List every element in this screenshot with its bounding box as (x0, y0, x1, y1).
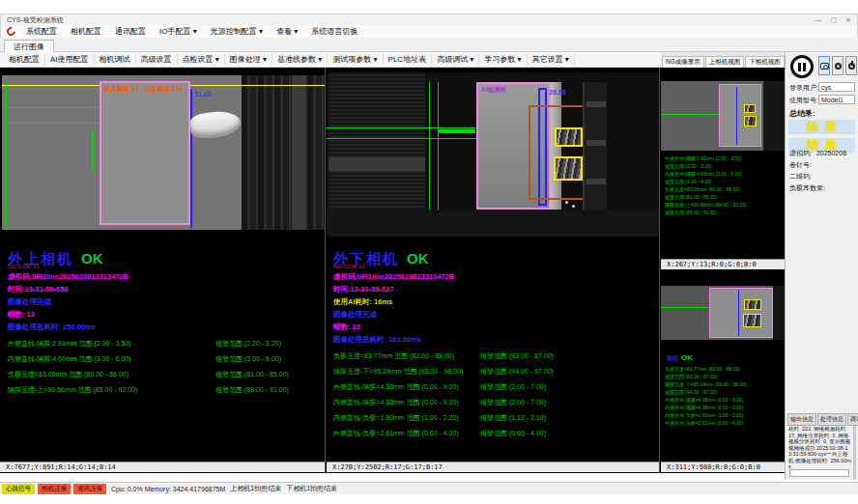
thumb1-result-lines: 外侧直线-隔膜:2.91mm (2.00 - 3.50)报警范围:(2.20 -… (665, 154, 747, 216)
minimize-button[interactable]: — (815, 16, 822, 24)
left-coordinate-bar: X:7677;Y:891;R:14;G:14;B:14 (0, 462, 325, 472)
green-guide-left (6, 83, 7, 228)
alarm-range: 报警范围:(2.20 - 3.20) (215, 339, 281, 349)
status-bar: 心跳信号相机连接通讯连接 Cpu: 0.0% Memory: 3424.4179… (0, 482, 858, 494)
measurement-row: 外侧直线-隔膜=4.38mm 范围:(0.00 - 9.00) 报警范围:(2.… (333, 382, 652, 392)
log-tab[interactable]: 调试信息 (847, 413, 858, 426)
thumb-tab[interactable]: 下相机视图 (745, 56, 785, 68)
threshold-text: 静态阈值:93，动态阈值:100 (104, 85, 183, 94)
alarm-range: 报警范围:(3.00 - 8.00) (215, 354, 281, 364)
tab-run-image[interactable]: 运行图像 (4, 40, 54, 52)
menu-item[interactable]: IO手配置 ▾ (153, 27, 204, 36)
log-input[interactable] (789, 469, 849, 477)
thumb1-coordinate-bar: X:267;Y:13;R:0;G:0;B:0 (661, 259, 785, 269)
toolbar-item[interactable]: AI使用配置 (45, 54, 95, 65)
tab-strip: 运行图像 (0, 38, 858, 52)
toolbar-items: 相机配置AI使用配置相机调试高级设置点检设置 ▾图像处理 ▾基准线参数 ▾测试项… (4, 54, 575, 65)
thumb-result-line: 报警范围:(2.20 - 3.20) (665, 162, 747, 170)
thumb-result-line: 隔膜宽度-上=90.56mm (88.00 - 92.00) (665, 201, 747, 209)
model-value-field[interactable]: Model1 (818, 95, 855, 104)
center-camera-view: AI检测框 28.80 外下相机OK (327, 68, 660, 473)
alarm-range: 报警范围:(89.00 - 91.00) (215, 385, 289, 395)
field-label: 二维码: (789, 173, 812, 180)
left-camera-image[interactable]: 静态阈值:93，动态阈值:100 51.68 (2, 75, 325, 230)
toolbar: 相机配置AI使用配置相机调试高级设置点检设置 ▾图像处理 ▾基准线参数 ▾测试项… (0, 52, 661, 68)
measurement-row: 负极宽度=83.77mm 范围:(82.00 - 88.00) 报警范围:(83… (333, 351, 652, 361)
camera-button[interactable] (818, 56, 830, 75)
toolbar-item[interactable]: 学习参数 ▾ (479, 54, 527, 65)
login-value-field[interactable]: cys (818, 82, 855, 92)
menu-item[interactable]: 系统配置 (19, 27, 64, 36)
barcode-line: 虚拟码:0FI1line2025020813313472B (8, 272, 326, 282)
toolbar-item[interactable]: 图像处理 ▾ (225, 54, 272, 65)
thumb2-result-lines: 负极宽度=83.77mm (82.00 - 88.00)报警范围:(83.00 … (665, 365, 747, 427)
measurement-value: 外侧直线-隔膜=4.38mm 范围:(0.00 - 9.00) (333, 382, 480, 392)
alarm-range: 报警范围:(83.00 - 87.00) (480, 351, 554, 361)
thumb-result-line: 内侧直线-隔膜=4.38mm (0.00 - 9.00) (665, 404, 747, 411)
menu-item[interactable]: 系统语言切换 (304, 27, 364, 36)
thumb-tab[interactable]: NG成像显示 (662, 56, 704, 68)
machine-stripes (242, 75, 325, 230)
camera-status: OK (81, 250, 103, 266)
menu-item[interactable]: 相机配置 (64, 27, 108, 36)
menu-item[interactable]: 通讯配置 (108, 27, 153, 36)
total-time-line: 图像处理总耗时: 183.00ms (333, 335, 652, 345)
thumb1-image[interactable] (661, 81, 785, 151)
center-camera-results: 外下相机OK NG:0,OK:13 虚拟码:0FI1line2025020813… (333, 251, 652, 444)
toolbar-item[interactable]: 高级设置 (136, 54, 178, 65)
log-tab[interactable]: 输出信息 (787, 413, 816, 426)
toolbar-item[interactable]: 点检设置 ▾ (178, 54, 225, 65)
field-label: 虚拟码: (789, 150, 812, 156)
toolbar-item[interactable]: 其它设置 ▾ (528, 54, 575, 65)
power-button[interactable] (845, 56, 857, 75)
upper-camera-status: 上相机1拍照结束 (230, 484, 281, 493)
close-button[interactable]: ✕ (845, 16, 851, 24)
measurement-value: 负极宽度=83.05mm 范围:(80.00 - 86.00) (8, 370, 215, 379)
thumb2-status: OK (681, 353, 693, 362)
center-camera-image[interactable]: AI检测框 28.80 (327, 72, 660, 237)
lens-button[interactable] (832, 56, 844, 75)
status-badge: 通讯连接 (73, 484, 106, 494)
toolbar-item[interactable]: 相机配置 (4, 54, 45, 65)
total-time-line: 图像处理总耗时: 256.00ms (8, 322, 326, 332)
ai-box-label: AI检测框 (481, 86, 506, 95)
toolbar-item[interactable]: 基准线参数 ▾ (272, 54, 328, 65)
alarm-range: 报警范围:(0.60 - 4.00) (480, 429, 546, 438)
maximize-button[interactable]: ▢ (831, 16, 838, 24)
speck-dot (572, 205, 575, 208)
toolbar-item[interactable]: PLC地址表 (384, 54, 433, 65)
menu-bar: 系统配置相机配置通讯配置IO手配置 ▾光源控制配置 ▾查看 ▾系统语言切换 (0, 25, 858, 38)
measurement-row: 内侧直线-负极=1.90mm 范围:(1.00 - 2.20) 报警范围:(1.… (333, 413, 652, 423)
defect-box-2 (554, 156, 583, 181)
toolbar-item[interactable]: 相机调试 (95, 54, 136, 65)
thumb2-image[interactable] (661, 286, 785, 340)
thumb-result-line: 外侧直线-隔膜=4.38mm (0.00 - 9.00) (665, 396, 747, 404)
pause-button[interactable] (790, 55, 814, 78)
alarm-range: 报警范围:(2.00 - 7.00) (480, 398, 546, 407)
roi-box-pink: 静态阈值:93，动态阈值:100 (100, 81, 190, 225)
toolbar-item[interactable]: 测试项参数 ▾ (328, 54, 383, 65)
menu-item[interactable]: 光源控制配置 ▾ (204, 27, 270, 36)
alarm-range: 报警范围:(81.00 - 85.00) (215, 370, 289, 379)
measurement-value: 外侧直线-隔膜:2.91mm 范围:(2.00 - 3.50) (8, 339, 215, 349)
field-value: 20250208 (816, 150, 846, 156)
log-scrollbar[interactable] (853, 426, 856, 480)
measurement-row: 负极宽度=83.05mm 范围:(80.00 - 86.00) 报警范围:(81… (8, 370, 326, 379)
toolbar-item[interactable]: 高级调试 ▾ (432, 54, 479, 65)
speck-dot (565, 201, 568, 204)
time-line: 时间:13-31-59-650 (8, 285, 326, 294)
measurement-value: 外侧直线-负极=2.61mm 范围:(0.60 - 4.00) (333, 429, 480, 438)
log-text: 耗时: 222, 网络检测耗时: 17, 网络分类耗时: 0, 网络视频分区耗时… (788, 426, 851, 474)
left-camera-view: 静态阈值:93，动态阈值:100 51.68 外上相机OK NG:0,OK:13… (0, 68, 326, 473)
measurement-value: 隔膜宽度-上=90.56mm 范围:(88.00 - 92.00) (8, 385, 215, 395)
blue-measure-value: 51.68 (194, 91, 212, 98)
log-tab[interactable]: 处理信息 (817, 413, 846, 426)
thumb-result-line: 内侧直线-隔膜:4.60mm (3.00 - 6.00) (665, 170, 747, 178)
main-area: 静态阈值:93，动态阈值:100 51.68 外上相机OK NG:0,OK:13… (0, 68, 785, 473)
alarm-range: 报警范围:(1.10 - 2.10) (480, 413, 546, 423)
menu-item[interactable]: 查看 ▾ (270, 27, 304, 36)
frames-line: 幅数: 13 (8, 310, 326, 320)
thumb-tab[interactable]: 上相机视图 (705, 56, 745, 68)
window-title: CYS-视觉检测系统 (7, 15, 64, 25)
log-tabs: 输出信息处理信息调试信息 (787, 413, 858, 426)
